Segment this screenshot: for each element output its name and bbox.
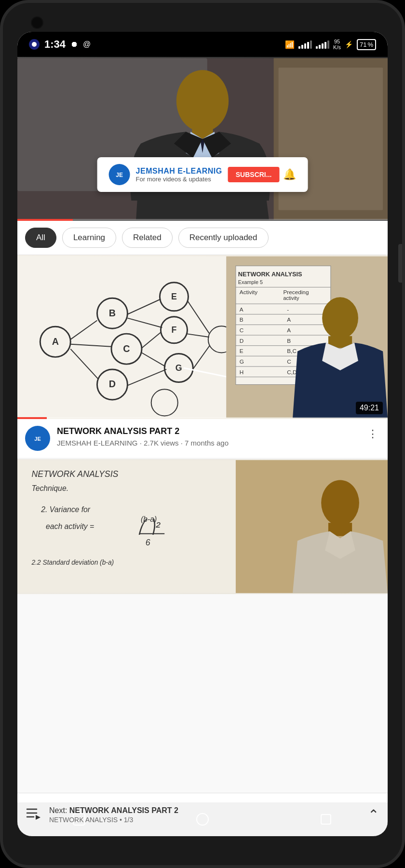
video-card-1: A B C D E	[17, 255, 388, 458]
recording-icon: ⏺	[70, 40, 78, 49]
video-meta-1: NETWORK ANALYSIS PART 2 JEMSHAH E-LEARNI…	[57, 426, 359, 447]
charging-icon: ⚡	[345, 41, 353, 48]
subscribe-overlay: JE JEMSHAH E-LEARNIG For more videos & u…	[97, 157, 308, 192]
video-progress-bar	[17, 219, 388, 221]
content-area: A B C D E	[17, 255, 388, 802]
video-info-1: JE NETWORK ANALYSIS PART 2 JEMSHAH E-LEA…	[17, 419, 388, 458]
playlist-icon	[26, 805, 41, 824]
battery-percent: %	[367, 41, 373, 48]
svg-text:G: G	[176, 363, 182, 373]
signal-bars-2	[316, 40, 329, 49]
status-time: 1:34	[44, 38, 66, 51]
svg-text:NETWORK ANALYSIS: NETWORK ANALYSIS	[32, 469, 119, 479]
svg-text:C: C	[123, 343, 130, 354]
camera-indicator-icon	[29, 39, 40, 50]
video-title-1: NETWORK ANALYSIS PART 2	[57, 426, 359, 437]
tab-recently-uploaded[interactable]: Recently uploaded	[178, 228, 269, 248]
tab-learning[interactable]: Learning	[62, 228, 116, 248]
channel-name-1: JEMSHAH E-LEARNING	[57, 439, 138, 447]
svg-point-85	[321, 480, 359, 526]
camera-cutout	[31, 16, 43, 29]
wifi-icon: 📶	[285, 40, 295, 49]
svg-rect-10	[17, 257, 226, 418]
thumbnail-progress-fill-1	[17, 417, 47, 419]
svg-text:NETWORK ANALYSIS: NETWORK ANALYSIS	[238, 271, 302, 278]
svg-text:A: A	[240, 306, 243, 313]
svg-text:6: 6	[146, 538, 150, 547]
svg-text:JE: JE	[116, 172, 123, 178]
subscribe-button[interactable]: SUBSCRI...	[228, 167, 280, 182]
battery-indicator: 71 %	[357, 39, 376, 50]
separator-1: ·	[140, 439, 144, 447]
svg-text:H: H	[240, 369, 244, 376]
side-button	[398, 244, 402, 283]
channel-avatar-1[interactable]: JE	[25, 426, 50, 451]
next-queue-bar: Next: NETWORK ANALYSIS PART 2 NETWORK AN…	[17, 793, 388, 836]
svg-text:F: F	[172, 325, 177, 335]
queue-close-button[interactable]: ⌃	[368, 807, 379, 823]
svg-text:Technique.: Technique.	[32, 484, 68, 492]
svg-text:JE: JE	[34, 436, 40, 442]
svg-marker-90	[36, 815, 40, 820]
svg-text:activity: activity	[283, 295, 299, 301]
svg-text:-: -	[287, 306, 289, 313]
tabs-row: All Learning Related Recently uploaded	[17, 221, 388, 255]
queue-next-title: Next: NETWORK ANALYSIS PART 2	[49, 806, 360, 815]
math-thumbnail-svg: NETWORK ANALYSIS Technique. 2. Variance …	[17, 459, 388, 594]
svg-text:B,C: B,C	[287, 348, 297, 354]
channel-name: JEMSHAH E-LEARNIG	[136, 167, 222, 176]
svg-text:Example 5: Example 5	[238, 279, 263, 285]
video-content-svg	[17, 57, 388, 221]
svg-point-5	[176, 70, 229, 132]
video-background: JE JEMSHAH E-LEARNIG For more videos & u…	[17, 57, 388, 221]
thumbnail-progress-1	[17, 417, 388, 419]
bell-icon[interactable]: 🔔	[283, 168, 296, 181]
queue-series: NETWORK ANALYSIS • 1/3	[49, 816, 360, 824]
svg-text:⎛    ⎞²: ⎛ ⎞²	[138, 518, 161, 535]
status-right: 📶 95K/s	[285, 39, 376, 50]
svg-text:E: E	[240, 348, 243, 354]
video-player[interactable]: JE JEMSHAH E-LEARNIG For more videos & u…	[17, 57, 388, 221]
video-thumbnail-1[interactable]: A B C D E	[17, 255, 388, 419]
svg-text:C: C	[240, 327, 244, 334]
svg-text:D: D	[240, 338, 244, 344]
channel-logo: JE	[109, 164, 130, 185]
svg-text:B: B	[240, 316, 243, 323]
svg-text:Activity: Activity	[240, 289, 257, 296]
video-age-1: 7 months ago	[185, 439, 229, 447]
video-stats-1: JEMSHAH E-LEARNING · 2.7K views · 7 mont…	[57, 439, 359, 447]
svg-text:A: A	[287, 327, 291, 334]
svg-text:each activity =: each activity =	[46, 522, 94, 530]
battery-level: 71	[360, 41, 366, 48]
subscribe-actions[interactable]: SUBSCRI... 🔔	[228, 167, 297, 182]
svg-text:C,D: C,D	[287, 369, 297, 376]
subscribe-text: JEMSHAH E-LEARNIG For more videos & upda…	[136, 167, 222, 183]
svg-text:2. Variance for: 2. Variance for	[40, 505, 91, 514]
next-label: Next:	[49, 806, 67, 814]
queue-info: Next: NETWORK ANALYSIS PART 2 NETWORK AN…	[49, 806, 360, 824]
signal-bars-1	[298, 40, 312, 49]
view-count-1: 2.7K views	[144, 439, 179, 447]
svg-text:D: D	[109, 379, 116, 389]
svg-text:B: B	[109, 308, 116, 318]
next-video-title: NETWORK ANALYSIS PART 2	[69, 806, 178, 814]
screen: 1:34 ⏺ @ 📶	[17, 32, 388, 836]
separator-2: ·	[181, 439, 185, 447]
status-bar: 1:34 ⏺ @ 📶	[17, 32, 388, 57]
more-options-button-1[interactable]: ⋮	[365, 426, 380, 442]
phone-frame: 1:34 ⏺ @ 📶	[0, 0, 405, 868]
subscribe-tagline: For more videos & updates	[136, 176, 222, 183]
video-duration-1: 49:21	[356, 402, 383, 414]
tab-all[interactable]: All	[25, 228, 56, 248]
svg-text:A: A	[52, 336, 59, 347]
svg-text:C: C	[287, 358, 291, 365]
svg-point-69	[322, 297, 358, 339]
video-progress-fill	[17, 219, 73, 221]
video-thumbnail-2[interactable]: NETWORK ANALYSIS Technique. 2. Variance …	[17, 459, 388, 594]
network-speed: 95K/s	[333, 39, 341, 50]
svg-text:G: G	[240, 358, 244, 365]
at-icon: @	[83, 40, 91, 49]
tab-related[interactable]: Related	[122, 228, 173, 248]
network-analysis-thumbnail: A B C D E	[17, 255, 388, 419]
svg-text:B: B	[287, 338, 291, 344]
